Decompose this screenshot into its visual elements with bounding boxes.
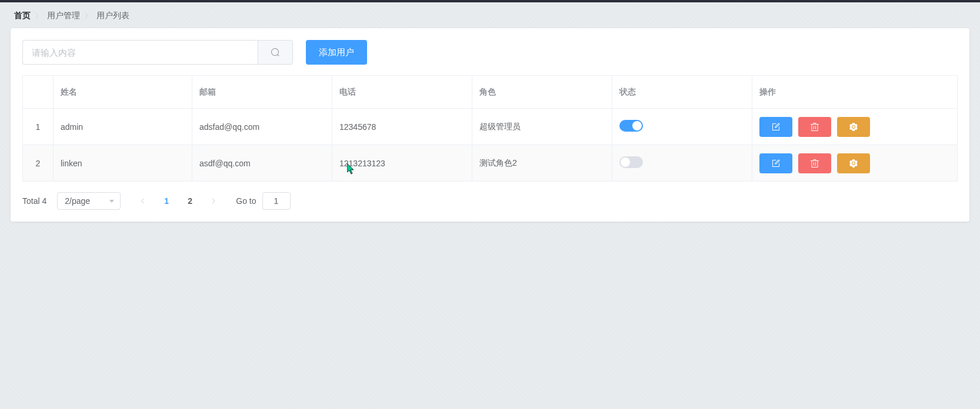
user-table: 姓名 邮箱 电话 角色 状态 操作 1 admin adsfad@qq.com … — [22, 75, 958, 182]
trash-icon — [810, 122, 819, 132]
cell-action — [752, 109, 958, 145]
header-status: 状态 — [612, 76, 752, 109]
edit-icon — [771, 159, 781, 168]
breadcrumb-user-mgmt[interactable]: 用户管理 — [47, 11, 80, 21]
header-index — [23, 76, 54, 109]
chevron-right-icon — [210, 197, 217, 204]
header-role: 角色 — [472, 76, 612, 109]
cell-phone: 12345678 — [332, 109, 472, 145]
search-group — [22, 40, 293, 65]
goto-group: Go to — [236, 192, 290, 210]
trash-icon — [810, 159, 819, 168]
cell-role: 测试角色2 — [472, 145, 612, 182]
status-toggle[interactable] — [619, 156, 643, 168]
search-input[interactable] — [22, 40, 258, 65]
page-size-select[interactable]: 2/page — [57, 192, 121, 210]
breadcrumb-user-list: 用户列表 — [96, 11, 129, 21]
page-number[interactable]: 1 — [155, 192, 178, 210]
cell-index: 2 — [23, 145, 54, 182]
table-header-row: 姓名 邮箱 电话 角色 状态 操作 — [23, 76, 958, 109]
page-prev-button[interactable] — [131, 192, 155, 210]
cell-name: linken — [54, 145, 192, 182]
edit-button[interactable] — [759, 117, 792, 137]
breadcrumb-separator-icon: 〉 — [35, 11, 42, 21]
setting-button[interactable] — [837, 117, 870, 137]
cell-phone: 1213213123 — [332, 145, 472, 182]
cell-index: 1 — [23, 109, 54, 145]
cell-email: asdf@qq.com — [192, 145, 332, 182]
cell-status — [612, 109, 752, 145]
search-button[interactable] — [258, 40, 293, 65]
gear-icon — [849, 122, 858, 132]
breadcrumb: 首页 〉 用户管理 〉 用户列表 — [0, 2, 980, 28]
cell-status — [612, 145, 752, 182]
goto-input[interactable] — [262, 192, 291, 210]
content-card: 添加用户 姓名 邮箱 电话 角色 状态 操作 1 admin adsfad@qq… — [11, 28, 969, 222]
chevron-left-icon — [139, 197, 146, 204]
edit-icon — [771, 122, 781, 132]
table-row: 2 linken asdf@qq.com 1213213123 测试角色2 — [23, 145, 958, 182]
header-action: 操作 — [752, 76, 958, 109]
search-icon — [271, 48, 280, 57]
pagination-total: Total 4 — [22, 196, 46, 206]
page-nav: 12 — [131, 192, 225, 210]
cell-email: adsfad@qq.com — [192, 109, 332, 145]
cell-role: 超级管理员 — [472, 109, 612, 145]
breadcrumb-separator-icon: 〉 — [85, 11, 92, 21]
add-user-button[interactable]: 添加用户 — [306, 40, 367, 65]
cell-name: admin — [54, 109, 192, 145]
page-number[interactable]: 2 — [178, 192, 202, 210]
header-name: 姓名 — [54, 76, 192, 109]
cell-action — [752, 145, 958, 182]
page-size-value: 2/page — [65, 196, 90, 206]
delete-button[interactable] — [798, 153, 831, 173]
edit-button[interactable] — [759, 153, 792, 173]
page-next-button[interactable] — [202, 192, 225, 210]
status-toggle[interactable] — [619, 120, 643, 132]
gear-icon — [849, 159, 858, 168]
delete-button[interactable] — [798, 117, 831, 137]
goto-label: Go to — [236, 196, 256, 206]
breadcrumb-home[interactable]: 首页 — [14, 11, 31, 21]
setting-button[interactable] — [837, 153, 870, 173]
header-phone: 电话 — [332, 76, 472, 109]
pagination: Total 4 2/page 12 Go to — [22, 192, 958, 210]
toolbar: 添加用户 — [22, 40, 958, 65]
header-email: 邮箱 — [192, 76, 332, 109]
table-row: 1 admin adsfad@qq.com 12345678 超级管理员 — [23, 109, 958, 145]
